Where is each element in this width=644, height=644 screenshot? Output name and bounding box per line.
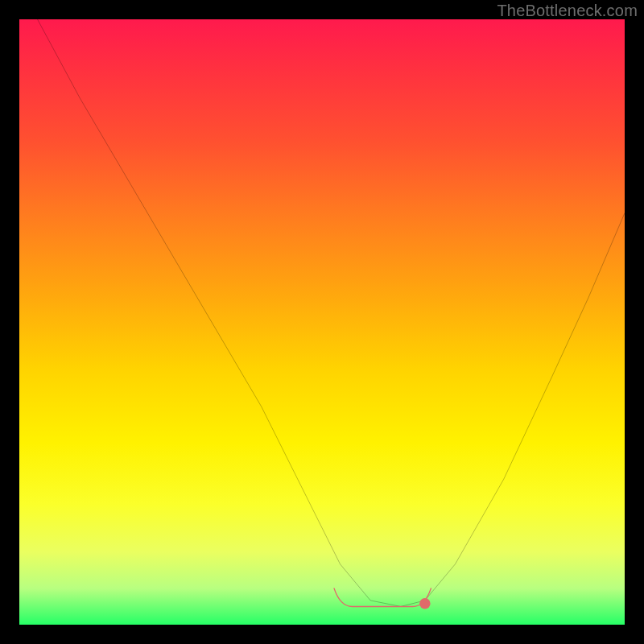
end-dot-marker bbox=[419, 598, 431, 609]
bottleneck-curve-path bbox=[38, 19, 625, 606]
watermark-text: TheBottleneck.com bbox=[497, 2, 638, 20]
chart-stage: TheBottleneck.com bbox=[0, 0, 644, 644]
flat-region-marker bbox=[334, 588, 431, 607]
curve-svg bbox=[19, 19, 625, 625]
plot-area bbox=[19, 19, 625, 625]
